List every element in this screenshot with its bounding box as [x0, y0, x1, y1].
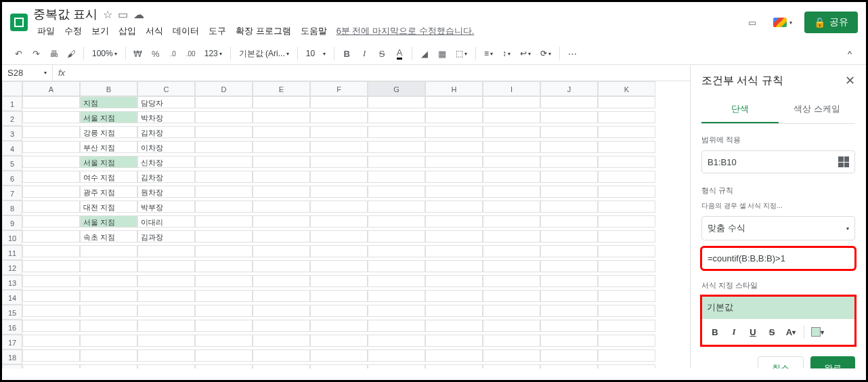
- cell[interactable]: [598, 305, 655, 317]
- menu-insert[interactable]: 삽입: [114, 24, 140, 39]
- cell[interactable]: [540, 215, 598, 228]
- cell[interactable]: [598, 141, 655, 153]
- cell[interactable]: 부산 지점: [80, 141, 137, 153]
- cell[interactable]: [310, 186, 368, 198]
- cell[interactable]: [253, 290, 310, 302]
- cell[interactable]: [22, 141, 80, 153]
- cell[interactable]: [22, 260, 80, 272]
- cell[interactable]: [425, 96, 483, 108]
- cell[interactable]: [598, 364, 655, 368]
- row-header[interactable]: 8: [2, 200, 22, 215]
- cell[interactable]: [137, 349, 195, 362]
- cell[interactable]: [483, 364, 540, 368]
- cell[interactable]: [253, 111, 310, 123]
- cell[interactable]: [368, 156, 425, 168]
- cell[interactable]: [540, 171, 598, 183]
- row-header[interactable]: 2: [2, 111, 22, 126]
- cell[interactable]: [483, 186, 540, 198]
- cell[interactable]: [598, 335, 655, 347]
- cell[interactable]: 강릉 지점: [80, 126, 137, 138]
- row-header[interactable]: 4: [2, 141, 22, 156]
- cell[interactable]: 박차장: [137, 111, 195, 123]
- cell[interactable]: [598, 275, 655, 287]
- decrease-decimal-button[interactable]: .0: [165, 45, 181, 62]
- cell[interactable]: [540, 141, 598, 153]
- merge-button[interactable]: ⬚▾: [452, 45, 471, 62]
- custom-formula-input[interactable]: =countif(B:B,B:B)>1: [701, 247, 855, 270]
- spreadsheet-grid[interactable]: ABCDEFGHIJK1지점담당자2서울 지점박차장3강릉 지점김차장4부산 지…: [2, 81, 690, 368]
- cell[interactable]: [368, 111, 425, 123]
- cell[interactable]: [368, 290, 425, 302]
- cell[interactable]: [368, 320, 425, 332]
- cell[interactable]: [80, 349, 137, 362]
- column-header[interactable]: E: [253, 81, 310, 96]
- row-header[interactable]: 6: [2, 171, 22, 186]
- cell[interactable]: 서울 지점: [80, 156, 137, 168]
- row-header[interactable]: 1: [2, 96, 22, 111]
- currency-button[interactable]: ₩: [130, 45, 146, 62]
- cell[interactable]: [310, 349, 368, 362]
- cell[interactable]: [195, 335, 253, 347]
- cell[interactable]: [253, 364, 310, 368]
- cell[interactable]: [22, 156, 80, 168]
- cell[interactable]: [253, 171, 310, 183]
- cell[interactable]: 이대리: [137, 215, 195, 228]
- close-panel-button[interactable]: ✕: [845, 73, 855, 88]
- cell[interactable]: [368, 349, 425, 362]
- cell[interactable]: [195, 171, 253, 183]
- cell[interactable]: [540, 275, 598, 287]
- column-header[interactable]: F: [310, 81, 368, 96]
- cell[interactable]: [483, 141, 540, 153]
- cell[interactable]: [137, 364, 195, 368]
- cell[interactable]: [253, 349, 310, 362]
- cell[interactable]: [195, 260, 253, 272]
- cell[interactable]: [310, 260, 368, 272]
- star-icon[interactable]: ☆: [103, 8, 112, 21]
- cell[interactable]: [425, 349, 483, 362]
- cell[interactable]: [425, 230, 483, 242]
- cell[interactable]: [368, 200, 425, 213]
- cell[interactable]: [368, 96, 425, 108]
- cell[interactable]: [195, 245, 253, 257]
- column-header[interactable]: H: [425, 81, 483, 96]
- cell[interactable]: [425, 290, 483, 302]
- row-header[interactable]: 10: [2, 230, 22, 245]
- cell[interactable]: 이차장: [137, 141, 195, 153]
- cell[interactable]: [310, 215, 368, 228]
- menu-edit[interactable]: 수정: [60, 24, 86, 39]
- cell[interactable]: [310, 335, 368, 347]
- cell[interactable]: [368, 141, 425, 153]
- cell[interactable]: [540, 96, 598, 108]
- cell[interactable]: [22, 335, 80, 347]
- cell[interactable]: [195, 305, 253, 317]
- fill-color-button[interactable]: ◢: [416, 45, 433, 62]
- cell[interactable]: [253, 186, 310, 198]
- cell[interactable]: [598, 215, 655, 228]
- comment-history-icon[interactable]: ▭: [743, 14, 761, 31]
- cell[interactable]: [368, 335, 425, 347]
- cell[interactable]: [253, 126, 310, 138]
- cell[interactable]: [310, 156, 368, 168]
- cell[interactable]: [598, 126, 655, 138]
- cell[interactable]: [483, 275, 540, 287]
- cell[interactable]: 속초 지점: [80, 230, 137, 242]
- cell[interactable]: [540, 305, 598, 317]
- cell[interactable]: [310, 230, 368, 242]
- cell[interactable]: [310, 245, 368, 257]
- cell[interactable]: [540, 186, 598, 198]
- formula-bar[interactable]: [70, 70, 690, 76]
- cell[interactable]: [22, 215, 80, 228]
- menu-help[interactable]: 도움말: [297, 24, 331, 39]
- cell[interactable]: [598, 156, 655, 168]
- move-icon[interactable]: ▭: [118, 8, 128, 21]
- done-button[interactable]: 완료: [810, 356, 855, 368]
- cell[interactable]: [483, 245, 540, 257]
- cell[interactable]: [368, 186, 425, 198]
- style-strike-button[interactable]: S: [763, 323, 781, 341]
- cell[interactable]: [253, 156, 310, 168]
- cell[interactable]: [368, 230, 425, 242]
- more-toolbar-button[interactable]: ⋯: [564, 45, 580, 62]
- cloud-status-icon[interactable]: ☁: [133, 8, 144, 21]
- cell[interactable]: [80, 275, 137, 287]
- cell[interactable]: [425, 320, 483, 332]
